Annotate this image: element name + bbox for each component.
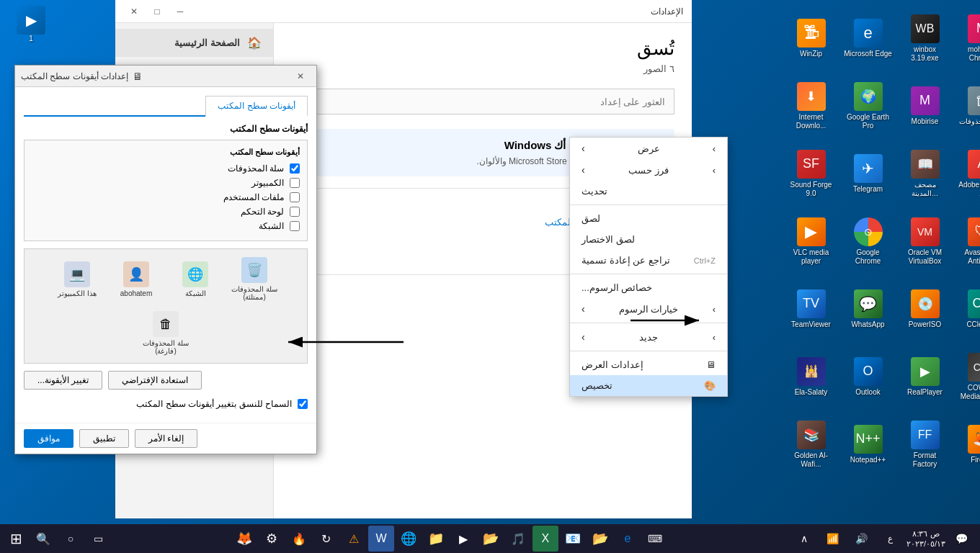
desktop-icon-outlook[interactable]: O Outlook [841, 344, 895, 409]
dialog-close-btn[interactable]: ✕ [290, 68, 311, 84]
separator-3 [570, 323, 727, 323]
desktop-icon-chrome[interactable]: ⊙ Google Chrome [841, 209, 895, 274]
preview-icon-recycle-full[interactable]: 🗑️ سلة المحذوفات (ممتلئة) [229, 257, 280, 301]
taskbar-pin-music[interactable]: 🎵 [505, 526, 531, 552]
checkbox-recycle[interactable] [290, 163, 300, 174]
desktop-icon-oracle[interactable]: VM Oracle VM VirtualBox [898, 209, 952, 274]
tray-notification-center[interactable]: 💬 [948, 526, 974, 552]
taskbar-pin-folder2[interactable]: 📂 [587, 526, 613, 552]
dialog-ok-btn[interactable]: موافق [24, 429, 74, 448]
taskbar-pin-excel[interactable]: X [533, 526, 558, 552]
desktop-icon-teamviewer[interactable]: TV TeamViewer [784, 276, 838, 341]
desktop-icon-poweriso[interactable]: 💿 PowerISO [898, 276, 952, 341]
dialog-section-title: أيقونات سطح المكتب [24, 124, 308, 134]
context-item-new[interactable]: › جديد [570, 326, 727, 348]
checkbox-controlpanel[interactable] [290, 207, 300, 217]
desktop-icon-avast[interactable]: 🛡 Avast Free Antivirus [955, 209, 980, 274]
desktop-icon-ccleaner[interactable]: CC CCleaner [955, 276, 980, 341]
taskbar-search[interactable]: 🔍 [30, 526, 56, 552]
dialog-cancel-btn[interactable]: إلغاء الأمر [135, 429, 197, 448]
context-item-paste[interactable]: لصق [570, 208, 727, 229]
checkbox-row-recycle: سلة المحذوفات [32, 161, 300, 176]
checkbox-allow-themes[interactable] [298, 399, 308, 409]
context-item-paste-shortcut[interactable]: لصق الاختصار [570, 229, 727, 250]
desktop-icon-madina[interactable]: 📖 مصحف المدينة... [898, 141, 952, 206]
context-item-sort[interactable]: › فرز حسب [570, 159, 727, 181]
taskbar-taskview[interactable]: ▭ [85, 526, 111, 552]
taskbar-pin-folder[interactable]: 📁 [423, 526, 449, 552]
taskbar-pin-firefox[interactable]: 🦊 [231, 526, 257, 552]
dialog-restore-btn[interactable]: استعادة الإفتراضي [108, 371, 201, 390]
desktop-icon-elasalaty[interactable]: 🕌 Ela-Salaty [784, 344, 838, 409]
settings-search-input[interactable] [291, 89, 674, 114]
desktop-icon-firefox[interactable]: 🦊 Firefox [955, 412, 980, 477]
taskbar-pin-word[interactable]: W [368, 526, 394, 552]
desktop-icon-vlc[interactable]: ▶ VLC media player [784, 209, 838, 274]
desktop-icon-winbox[interactable]: WB winbox 3.19.exe [898, 6, 952, 71]
taskbar-pin-firefox2[interactable]: 🔥 [286, 526, 312, 552]
taskbar-pin-reload[interactable]: ↻ [313, 526, 339, 552]
context-item-undo-rename[interactable]: Ctrl+Z تراجع عن إعادة تسمية [570, 250, 727, 271]
context-item-display-settings[interactable]: 🖥 إعدادات العرض [570, 354, 727, 375]
checkbox-allow-themes-row: السماح للنسق بتغيير أيقونات سطح المكتب [24, 397, 308, 411]
taskbar-time: ص ٨:٣٦ [912, 529, 939, 539]
desktop-icon-google-earth[interactable]: 🌍 Google Earth Pro [841, 73, 895, 138]
checkbox-userfiles[interactable] [290, 192, 300, 202]
preview-icon-computer[interactable]: 💻 هذا الكمبيوتر [52, 261, 102, 297]
dialog-checkboxes: أيقونات سطح المكتب سلة المحذوفات الكمبيو… [24, 140, 308, 241]
start-button[interactable]: ⊞ [3, 526, 29, 552]
window-minimize-btn[interactable]: ─ [170, 4, 190, 19]
desktop-icon-winzip[interactable]: 🗜 WinZip [784, 6, 838, 71]
desktop-icon-mediaplayer[interactable]: ▶ 1 [6, 6, 56, 43]
taskbar-pin-files[interactable]: 📂 [478, 526, 504, 552]
taskbar-pin-browser[interactable]: 🌐 [396, 526, 422, 552]
dialog-win-controls: ✕ [290, 68, 311, 84]
desktop-icon-edge[interactable]: e Microsoft Edge [841, 6, 895, 71]
tray-network[interactable]: 📶 [820, 526, 846, 552]
checkbox-computer[interactable] [290, 178, 300, 188]
desktop-icon-cowon[interactable]: CW COWON Media Cent... [955, 344, 980, 409]
taskbar-cortana[interactable]: ○ [58, 526, 84, 552]
desktop-icon-mobirise[interactable]: M Mobirise [898, 73, 952, 138]
taskbar-pin-edge[interactable]: e [615, 526, 641, 552]
checkbox-network[interactable] [290, 221, 300, 231]
dialog-tab-desktop-icons[interactable]: أيقونات سطح المكتب [205, 96, 308, 117]
window-close-btn[interactable]: ✕ [124, 4, 144, 19]
nav-item-home[interactable]: 🏠 الصفحة الرئيسية [115, 29, 273, 57]
desktop-icon-formatfactory[interactable]: FF Format Factory [898, 412, 952, 477]
desktop-icon-soundforge[interactable]: SF Sound Forge 9.0 [784, 141, 838, 206]
context-item-view[interactable]: › عرض [570, 138, 727, 159]
desktop-icon-notepadpp[interactable]: N++ Notepad++ [841, 412, 895, 477]
taskbar: ⊞ 🔍 ○ ▭ 🦊 ⚙ 🔥 ↻ ⚠ W 🌐 📁 ▶ 📂 🎵 X 📧 📂 e [0, 524, 980, 553]
desktop-icon-realplayer[interactable]: ▶ RealPlayer [898, 344, 952, 409]
preview-icon-recycle-empty[interactable]: 🗑 سلة المحذوفات (فارغة) [141, 311, 191, 355]
window-maximize-btn[interactable]: □ [147, 4, 167, 19]
taskbar-pin-mail[interactable]: 📧 [560, 526, 586, 552]
dialog-change-icon-btn[interactable]: تغيير الأيقونة... [24, 371, 102, 390]
context-item-graphics-props[interactable]: خصائص الرسوم... [570, 277, 727, 298]
taskbar-pin-notification[interactable]: ⚠ [341, 526, 367, 552]
context-item-personalize[interactable]: 🎨 تخصيص [570, 375, 727, 396]
desktop-icon-telegram[interactable]: ✈ Telegram [841, 141, 895, 206]
desktop-icon-mohsen[interactable]: M mohsen-Chrome [955, 6, 980, 71]
taskbar-clock[interactable]: ص ٨:٣٦ ٢٠٢٣/٠٥/١٣ [906, 529, 945, 549]
separator-2 [570, 274, 727, 274]
tray-chevron[interactable]: ∧ [791, 526, 817, 552]
desktop-icon-internet-dl[interactable]: ⬇ Internet Downlo... [784, 73, 838, 138]
desktop-icon-adobe[interactable]: A Adobe Reader X [955, 141, 980, 206]
context-item-graphics-options[interactable]: › خيارات الرسوم [570, 298, 727, 320]
desktop-icon-recycle[interactable]: 🗑 سلة المحذوفات [955, 73, 980, 138]
tray-input[interactable]: ع [878, 526, 904, 552]
tray-volume[interactable]: 🔊 [849, 526, 875, 552]
context-item-refresh[interactable]: تحديث [570, 181, 727, 202]
settings-page-title: تُسق [291, 37, 674, 60]
window-controls: ✕ □ ─ [124, 4, 190, 19]
desktop-icon-whatsapp[interactable]: 💬 WhatsApp [841, 276, 895, 341]
dialog-apply-btn[interactable]: تطبيق [79, 429, 129, 448]
taskbar-pin-settings[interactable]: ⚙ [259, 526, 285, 552]
preview-icon-user[interactable]: 👤 abohatem [111, 261, 161, 297]
taskbar-pin-keyboard[interactable]: ⌨ [642, 526, 668, 552]
preview-icon-network[interactable]: 🌐 الشبكة [170, 261, 220, 297]
desktop-icon-golden[interactable]: 📚 Golden Al-Wafi... [784, 412, 838, 477]
taskbar-pin-play[interactable]: ▶ [450, 526, 476, 552]
